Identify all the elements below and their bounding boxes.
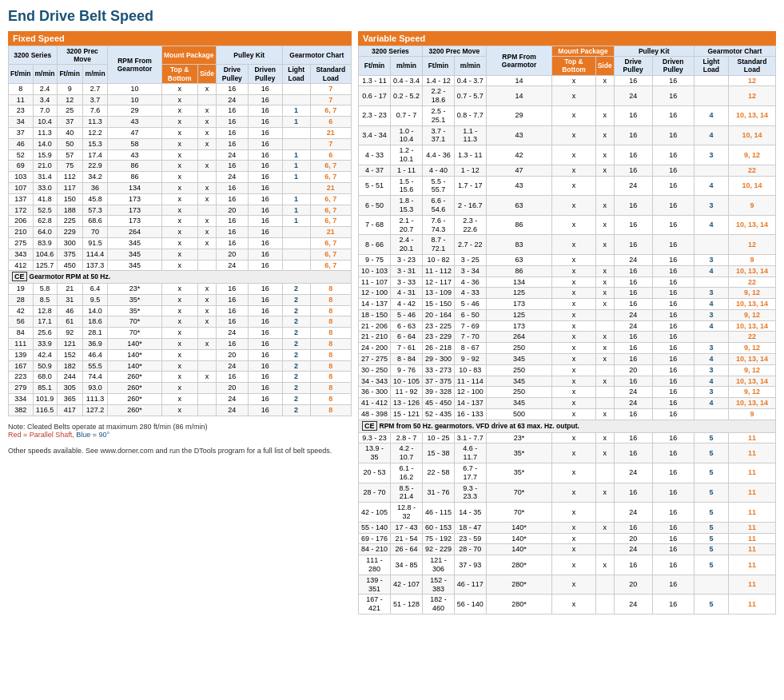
table-row: 139 - 35142 - 107152 - 38346 - 117280*x2… xyxy=(359,575,776,595)
variable-speed-panel: Variable Speed 3200 Series 3200 Prec Mov… xyxy=(358,31,776,614)
table-row: 13741.815045.8173xx161616, 7 xyxy=(9,193,352,205)
table-row: 334101.9365111.3260*x241628 xyxy=(9,394,352,405)
vth-ftmin-2: Ft/min xyxy=(422,57,454,75)
table-row: 27583.930091.5345xx16166, 7 xyxy=(9,237,352,249)
table-row: 9.3 - 232.8 - 710 - 253.1 - 7.723*xx1616… xyxy=(359,432,776,443)
table-row: 18 - 1505 - 4620 - 1646 - 50125x241639, … xyxy=(359,309,776,320)
page-title: End Drive Belt Speed xyxy=(8,8,776,25)
table-row: 69 - 17621 - 5475 - 19223 - 59140*x20165… xyxy=(359,533,776,544)
footer-note1: Note: Cleated Belts operate at maximum 2… xyxy=(8,423,352,431)
table-row: 10733.011736134xx161621 xyxy=(9,182,352,193)
footer-note2: Red = Parallel Shaft, Blue = 90° xyxy=(8,431,352,439)
ce-note-fixed: CEGearmotor RPM at 50 Hz. xyxy=(9,271,352,284)
vth-gearmotor-chart: Gearmotor Chart xyxy=(694,46,775,57)
table-row: 288.5319.535*xx161628 xyxy=(9,294,352,305)
th-prec-move: 3200 Prec Move xyxy=(57,46,108,65)
th-pulley-kit: Pulley Kit xyxy=(216,46,282,65)
table-row: 30 - 2509 - 7633 - 27310 - 83250x201639,… xyxy=(359,364,776,376)
table-row: 20 - 536.1 - 16.222 - 586.7 - 17.735*x24… xyxy=(359,463,776,483)
th-gearmotor-chart: Gearmotor Chart xyxy=(282,46,351,65)
table-row: 1.3 - 110.4 - 3.41.4 - 120.4 - 3.714xx16… xyxy=(359,75,776,86)
fixed-speed-table: 3200 Series 3200 Prec Move RPM From Gear… xyxy=(8,46,352,416)
table-row: 84 - 21026 - 6492 - 22928 - 70140*x24165… xyxy=(359,544,776,555)
vth-3200-series: 3200 Series xyxy=(359,46,423,57)
footer-note2-blue: Blue = 90° xyxy=(76,431,109,439)
table-row: 55 - 14017 - 4360 - 15318 - 47140*xx1616… xyxy=(359,522,776,533)
vth-prec-move: 3200 Prec Move xyxy=(422,46,486,57)
table-row: 6 - 501.8 - 15.36.6 - 54.62 - 16.763xx16… xyxy=(359,196,776,216)
table-row: 9 - 753 - 2310 - 823 - 2563x241639 xyxy=(359,254,776,265)
table-row: 13.9 - 354.2 - 10.715 - 384.6 - 11.735*x… xyxy=(359,443,776,463)
table-row: 3410.43711.343xx161616 xyxy=(9,117,352,128)
table-row: 113.4123.710x24167 xyxy=(9,94,352,105)
table-row: 4212.84614.035*xx161628 xyxy=(9,305,352,316)
vth-pulley-kit: Pulley Kit xyxy=(614,46,694,57)
fixed-speed-header: Fixed Speed xyxy=(8,31,352,46)
table-row: 34 - 34310 - 10537 - 37511 - 114345xx161… xyxy=(359,376,776,387)
th-mmin-1: m/min xyxy=(33,65,57,83)
table-row: 0.6 - 170.2 - 5.22.2 - 18.60.7 - 5.714x2… xyxy=(359,86,776,106)
vth-ftmin-1: Ft/min xyxy=(359,57,391,75)
table-row: 6921.07522.986xx161616, 7 xyxy=(9,161,352,172)
th-3200-series: 3200 Series xyxy=(9,46,58,65)
table-row: 82.492.710xx16167 xyxy=(9,83,352,94)
vth-mmin-2: m/min xyxy=(454,57,486,75)
table-row: 22368.024474.4260*xx161628 xyxy=(9,372,352,383)
table-row: 11 - 1073 - 3312 - 1174 - 36134xx161622 xyxy=(359,276,776,288)
table-row: 5215.95717.443x241616 xyxy=(9,149,352,161)
vth-mount-package: Mount Package xyxy=(552,46,614,57)
footer-notes: Note: Cleated Belts operate at maximum 2… xyxy=(8,423,352,455)
table-row: 41 - 41213 - 12645 - 45014 - 137345x2416… xyxy=(359,398,776,409)
table-row: 21 - 2106 - 6423 - 2297 - 70264xx161622 xyxy=(359,332,776,343)
th-standard-load: Standard Load xyxy=(310,65,351,83)
th-rpm: RPM From Gearmotor xyxy=(108,46,161,84)
table-row: 8 - 662.4 - 20.18.7 - 72.12.7 - 2283xx16… xyxy=(359,235,776,255)
footer-note2-red: Red = Parallel Shaft, xyxy=(8,431,74,439)
table-row: 237.0257.629xx161616, 7 xyxy=(9,105,352,117)
vth-drive-pulley: Drive Pulley xyxy=(614,57,652,75)
table-row: 10331.411234.286x241616, 7 xyxy=(9,172,352,183)
table-row: 12 - 1004 - 3113 - 1094 - 33125xx161639,… xyxy=(359,288,776,299)
table-row: 343104.6375114.4345x20166, 7 xyxy=(9,249,352,260)
table-row: 21064.022970264xx161621 xyxy=(9,227,352,238)
table-row: 10 - 1033 - 3111 - 1123 - 3486xx1616410,… xyxy=(359,265,776,276)
table-row: 42 - 10512.8 - 3246 - 11514 - 3570*x2416… xyxy=(359,503,776,523)
table-row: 16750.918255.5140*x241628 xyxy=(9,360,352,372)
th-ftmin-1: Ft/min xyxy=(9,65,34,83)
table-row: 17252.518857.3173x201616, 7 xyxy=(9,205,352,216)
th-ftmin-2: Ft/min xyxy=(57,65,82,83)
table-row: 27985.130593.0260*x201628 xyxy=(9,383,352,394)
vth-standard-load: Standard Load xyxy=(728,57,775,75)
table-row: 3.4 - 341.0 - 10.43.7 - 37.11.1 - 11.343… xyxy=(359,125,776,145)
table-row: 7 - 682.1 - 20.77.6 - 74.32.3 - 22.686xx… xyxy=(359,215,776,235)
table-row: 5617.16118.670*xx161628 xyxy=(9,316,352,328)
th-drive-pulley: Drive Pulley xyxy=(216,65,248,83)
table-row: 4614.05015.358xx16167 xyxy=(9,138,352,149)
variable-speed-table: 3200 Series 3200 Prec Move RPM From Gear… xyxy=(358,46,776,614)
table-row: 13942.415246.4140*x201628 xyxy=(9,349,352,360)
th-side: Side xyxy=(197,65,216,83)
vth-light-load: Light Load xyxy=(694,57,728,75)
table-row: 20662.822568.6173xx161616, 7 xyxy=(9,216,352,227)
table-row: 8425.69228.170*x241628 xyxy=(9,328,352,339)
fixed-speed-panel: Fixed Speed 3200 Series 3200 Prec Move R… xyxy=(8,31,352,455)
vth-driven-pulley: Driven Pulley xyxy=(652,57,694,75)
table-row: 4 - 331.2 - 10.14.4 - 361.3 - 1142xx1616… xyxy=(359,145,776,165)
footer-note3: Other speeds available. See www.dorner.c… xyxy=(8,447,352,455)
vth-mmin-1: m/min xyxy=(391,57,423,75)
variable-speed-header: Variable Speed xyxy=(358,31,776,46)
vth-side: Side xyxy=(595,57,614,75)
th-light-load: Light Load xyxy=(282,65,310,83)
table-row: 195.8216.423*xx161628 xyxy=(9,284,352,295)
th-mount-package: Mount Package xyxy=(161,46,216,65)
table-row: 2.3 - 230.7 - 72.5 - 25.10.8 - 7.729xx16… xyxy=(359,105,776,125)
table-row: 48 - 39815 - 12152 - 43516 - 133500xx161… xyxy=(359,409,776,420)
table-row: 21 - 2066 - 6323 - 2257 - 69173x2416410,… xyxy=(359,320,776,332)
table-row: 11133.912136.9140*xx161628 xyxy=(9,339,352,350)
ce-note-var: CERPM from 50 Hz. gearmotors. VFD drive … xyxy=(359,420,776,432)
table-row: 5 - 511.5 - 15.65.5 - 55.71.7 - 1743x241… xyxy=(359,176,776,196)
th-driven-pulley: Driven Pulley xyxy=(248,65,282,83)
table-row: 111 - 28034 - 85121 - 30637 - 93280*xx16… xyxy=(359,555,776,575)
vth-top-bottom: Top & Bottom xyxy=(552,57,595,75)
table-row: 14 - 1374 - 4215 - 1505 - 46173xx1616410… xyxy=(359,299,776,310)
